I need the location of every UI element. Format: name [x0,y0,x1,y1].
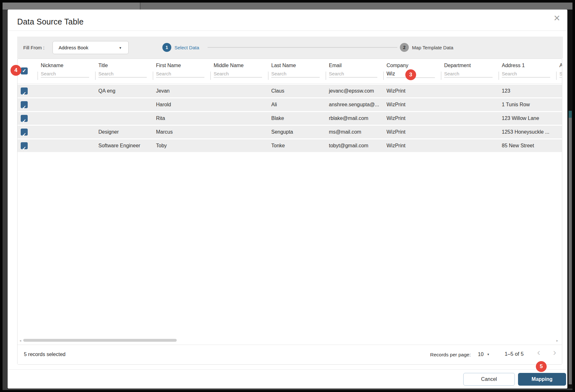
check-icon: ✓ [22,118,26,124]
table-row: ✓ Rita Blake rblake@mail.com WizPrint 12… [18,112,562,125]
cell-first-name: Toby [153,139,210,152]
step-1-label: Select Data [174,45,199,50]
data-source-table-modal: Data Source Table ✕ Fill From : Address … [8,10,567,388]
footer-divider [8,369,567,370]
annotation-badge-3: 3 [405,69,416,80]
column-header-department: Department [441,59,499,83]
row-checkbox[interactable]: ✓ [21,115,28,122]
cell-middle-name [210,126,268,138]
cell-middle-name [210,98,268,111]
cell-address1: 1253 Honeysuckle ... [499,126,556,138]
search-input-middle-name[interactable] [214,70,262,78]
check-icon: ✓ [22,105,26,110]
backdrop-right-accent [569,111,572,118]
column-header-title: Title [95,59,153,83]
scrollbar-thumb[interactable] [23,339,177,342]
cell-email: anshree.sengupta@... [326,98,383,111]
backdrop-top-strip-left [3,3,141,10]
cell-address1: 85 New Street [499,139,556,152]
cell-address2 [556,126,562,138]
column-divider [499,72,499,80]
title-divider [8,31,567,31]
check-icon: ✓ [22,68,26,74]
cell-last-name: Claus [268,85,326,97]
column-label: First Name [156,63,210,68]
cell-address2 [556,139,562,152]
cell-department [441,85,499,97]
column-label: Middle Name [214,63,268,68]
cell-email: jevanc@epssw.com [326,85,383,97]
column-label: Company [387,63,441,68]
column-divider [95,72,96,80]
step-1-indicator[interactable]: 1 [162,43,171,52]
cell-last-name: Blake [268,112,326,125]
cell-address2 [556,85,562,97]
records-per-page-select[interactable]: 10 [478,352,484,357]
cell-address2 [556,112,562,125]
search-input-title[interactable] [98,70,147,78]
fill-from-value: Address Book [59,45,88,50]
check-icon: ✓ [22,132,26,137]
cell-first-name: Marcus [153,126,210,138]
cell-address1: 1 Tunis Row [499,98,556,111]
step-2-indicator[interactable]: 2 [400,43,409,52]
cell-company: WizPrint [383,126,441,138]
scroll-right-icon[interactable]: ▸ [556,339,558,343]
cell-company: WizPrint [383,112,441,125]
row-select-cell: ✓ [18,85,38,97]
column-header-nickname: Nickname [38,59,95,83]
annotation-badge-5: 5 [536,361,547,372]
search-input-first-name[interactable] [156,70,204,78]
row-select-cell: ✓ [18,139,38,152]
cell-title: Software Engineer [95,139,153,152]
fill-from-select[interactable]: Address Book ▼ [53,41,129,54]
annotation-badge-4: 4 [11,65,21,76]
page-title: Data Source Table [17,17,84,26]
search-input-email[interactable] [329,70,377,78]
next-page-button[interactable]: › [553,347,556,357]
table-row: ✓ QA eng Jevan Claus jevanc@epssw.com Wi… [18,85,562,97]
cell-company: WizPrint [383,139,441,152]
cell-first-name: Rita [153,112,210,125]
screen: Data Source Table ✕ Fill From : Address … [0,0,575,392]
cell-middle-name [210,112,268,125]
page-range-text: 1–5 of 5 [505,351,524,357]
row-checkbox[interactable]: ✓ [21,88,28,94]
cell-middle-name [210,139,268,152]
select-all-checkbox[interactable]: ✓ [21,67,28,74]
search-input-department[interactable] [444,70,493,78]
cell-address1: 123 Willow Lane [499,112,556,125]
column-divider [153,72,153,80]
close-icon[interactable]: ✕ [553,14,560,22]
row-select-cell: ✓ [18,126,38,138]
check-icon: ✓ [22,91,26,96]
cancel-button[interactable]: Cancel [463,373,515,386]
column-header-address2: Address 2 [556,59,562,83]
mapping-button[interactable]: Mapping [518,373,566,386]
column-header-email: Email [326,59,383,83]
column-label: Department [444,63,499,68]
search-input-address1[interactable] [502,70,550,78]
search-input-last-name[interactable] [271,70,320,78]
cell-last-name: Ali [268,98,326,111]
cell-email: ms@mail.com [326,126,383,138]
table-header-row: ✓ Nickname Title First Name [18,59,562,84]
row-checkbox[interactable]: ✓ [21,101,28,108]
scroll-left-icon[interactable]: ◂ [19,339,21,343]
search-input-address2[interactable] [559,70,562,78]
search-input-nickname[interactable] [41,70,89,78]
cell-address1: 123 [499,85,556,97]
cell-nickname [38,85,95,97]
row-checkbox[interactable]: ✓ [21,129,28,136]
cell-title [95,98,153,111]
row-checkbox[interactable]: ✓ [21,142,28,149]
table-paginator: 5 records selected Records per page: 10 … [18,345,562,364]
background-scrollbar[interactable] [569,118,572,384]
column-label: Title [98,63,153,68]
cell-last-name: Tonke [268,139,326,152]
row-select-cell: ✓ [18,98,38,111]
chevron-down-icon[interactable]: ▼ [487,353,490,356]
column-divider [326,72,326,80]
table-row: ✓ Harold Ali anshree.sengupta@... WizPri… [18,98,562,111]
previous-page-button[interactable]: ‹ [537,347,540,357]
